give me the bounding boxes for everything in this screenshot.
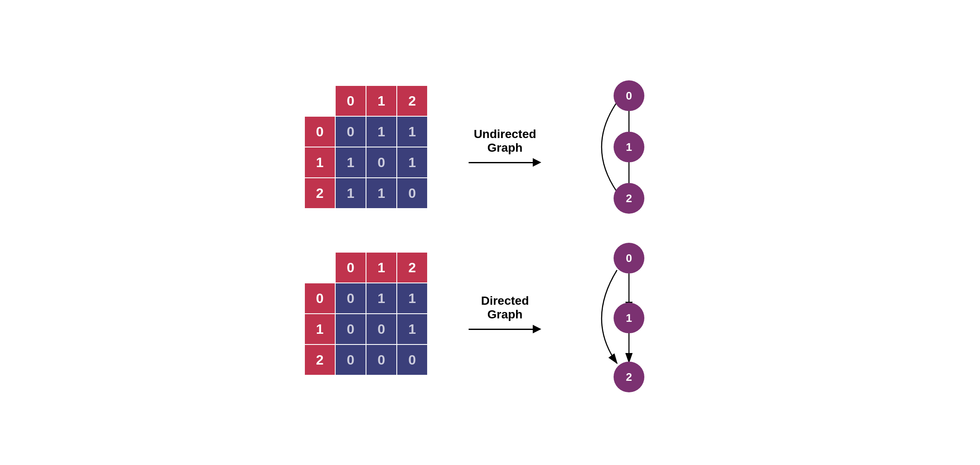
directed-section: 0 1 2 0 0 1 1 1 0 0 1 2 0 0 0	[304, 241, 676, 386]
cell-0-1: 1	[366, 116, 397, 147]
undirected-graph-svg: 0 1 2	[595, 79, 663, 215]
d-row-header-2: 2	[304, 344, 335, 375]
d-cell-0-2: 1	[397, 283, 428, 314]
directed-arrow: DirectedGraph	[462, 294, 548, 333]
d-col-header-0: 0	[335, 252, 366, 283]
d-cell-0-1: 1	[366, 283, 397, 314]
cell-2-0: 1	[335, 178, 366, 209]
cell-2-1: 1	[366, 178, 397, 209]
d-cell-2-2: 0	[397, 344, 428, 375]
d-arrow-head	[533, 325, 541, 333]
cell-1-2: 1	[397, 147, 428, 178]
col-header-0: 0	[335, 85, 366, 116]
d-cell-2-1: 0	[366, 344, 397, 375]
directed-matrix-table: 0 1 2 0 0 1 1 1 0 0 1 2 0 0 0	[304, 252, 428, 376]
undirected-arrow-line	[469, 158, 541, 167]
corner-empty	[304, 85, 335, 116]
directed-arrow-line	[469, 325, 541, 333]
d-cell-1-1: 0	[366, 314, 397, 344]
directed-graph: 0 1 2	[582, 241, 676, 386]
d-node-1-label: 1	[626, 312, 632, 324]
undirected-label: UndirectedGraph	[474, 127, 536, 155]
d-row-header-0: 0	[304, 283, 335, 314]
undirected-section: 0 1 2 0 0 1 1 1 1 0 1 2 1 1 0	[304, 79, 676, 215]
cell-1-1: 0	[366, 147, 397, 178]
arrow-head	[533, 158, 541, 167]
cell-0-0: 0	[335, 116, 366, 147]
d-cell-1-0: 0	[335, 314, 366, 344]
d-node-2-label: 2	[626, 371, 632, 383]
d-arrow-shaft	[469, 329, 533, 330]
d-node-0-label: 0	[626, 252, 632, 265]
node-0-label: 0	[626, 89, 632, 102]
row-header-2: 2	[304, 178, 335, 209]
d-cell-2-0: 0	[335, 344, 366, 375]
row-header-0: 0	[304, 116, 335, 147]
node-1-label: 1	[626, 141, 632, 153]
directed-label: DirectedGraph	[481, 294, 529, 321]
d-cell-1-2: 1	[397, 314, 428, 344]
d-row-header-1: 1	[304, 314, 335, 344]
corner-empty-d	[304, 252, 335, 283]
row-header-1: 1	[304, 147, 335, 178]
directed-graph-svg: 0 1 2	[595, 241, 663, 386]
d-col-header-2: 2	[397, 252, 428, 283]
node-2-label: 2	[626, 192, 632, 205]
arrow-shaft	[469, 162, 533, 163]
cell-1-0: 1	[335, 147, 366, 178]
undirected-graph: 0 1 2	[582, 79, 676, 215]
undirected-matrix-table: 0 1 2 0 0 1 1 1 1 0 1 2 1 1 0	[304, 85, 428, 209]
d-col-header-1: 1	[366, 252, 397, 283]
directed-matrix: 0 1 2 0 0 1 1 1 0 0 1 2 0 0 0	[304, 252, 428, 376]
d-cell-0-0: 0	[335, 283, 366, 314]
cell-2-2: 0	[397, 178, 428, 209]
col-header-2: 2	[397, 85, 428, 116]
undirected-arrow: UndirectedGraph	[462, 127, 548, 167]
cell-0-2: 1	[397, 116, 428, 147]
col-header-1: 1	[366, 85, 397, 116]
undirected-matrix: 0 1 2 0 0 1 1 1 1 0 1 2 1 1 0	[304, 85, 428, 209]
